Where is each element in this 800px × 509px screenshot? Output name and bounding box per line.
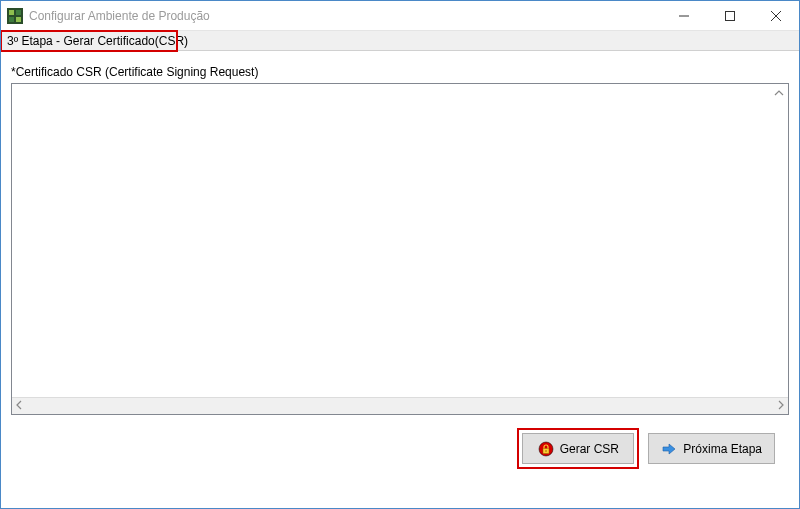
svg-rect-2	[16, 10, 21, 15]
next-step-button-label: Próxima Etapa	[683, 442, 762, 456]
svg-rect-1	[9, 10, 14, 15]
window-title: Configurar Ambiente de Produção	[29, 9, 210, 23]
svg-rect-5	[726, 11, 735, 20]
csr-field-label: *Certificado CSR (Certificate Signing Re…	[11, 65, 789, 79]
next-step-button[interactable]: Próxima Etapa	[648, 433, 775, 464]
svg-rect-4	[16, 17, 21, 22]
step-band: 3º Etapa - Gerar Certificado(CSR)	[1, 31, 799, 51]
generate-csr-button-label: Gerar CSR	[560, 442, 619, 456]
lock-icon	[538, 441, 554, 457]
maximize-button[interactable]	[707, 1, 753, 31]
generate-csr-button[interactable]: Gerar CSR	[522, 433, 634, 464]
arrow-right-icon	[661, 441, 677, 457]
horizontal-scrollbar[interactable]	[12, 397, 788, 414]
svg-point-8	[545, 450, 547, 452]
svg-rect-3	[9, 17, 14, 22]
button-bar: Gerar CSR Próxima Etapa	[11, 415, 789, 464]
titlebar: Configurar Ambiente de Produção	[1, 1, 799, 31]
csr-textarea[interactable]	[12, 84, 788, 396]
minimize-button[interactable]	[661, 1, 707, 31]
close-button[interactable]	[753, 1, 799, 31]
app-icon	[7, 8, 23, 24]
csr-textarea-container	[11, 83, 789, 415]
step-label: 3º Etapa - Gerar Certificado(CSR)	[1, 31, 194, 51]
scroll-left-icon	[14, 400, 24, 412]
scroll-right-icon	[776, 400, 786, 412]
content-area: *Certificado CSR (Certificate Signing Re…	[1, 51, 799, 464]
